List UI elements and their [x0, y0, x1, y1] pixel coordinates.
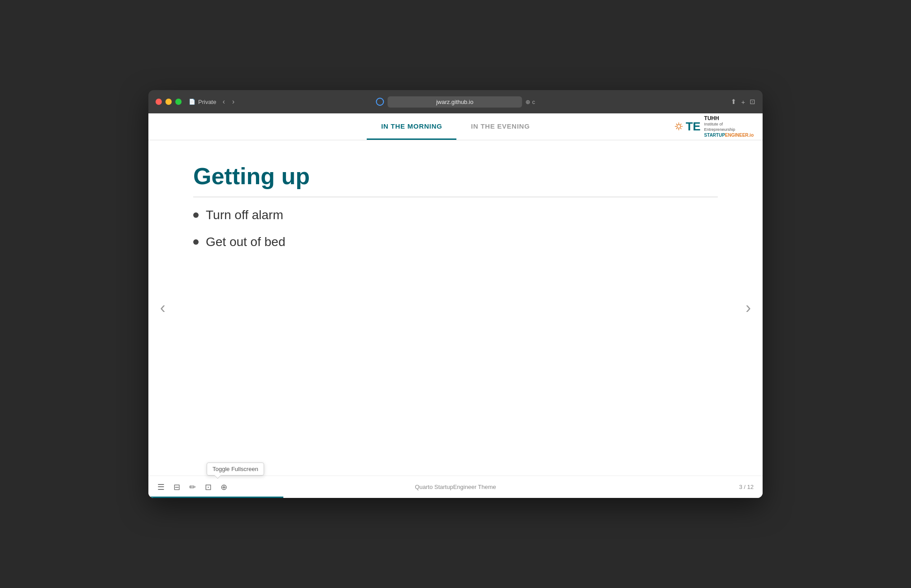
- titlebar-actions: ⬆ + ⊡: [731, 98, 755, 106]
- slide-list: Turn off alarm Get out of bed: [193, 208, 718, 249]
- logo-line2: Entrepreneurship: [704, 127, 754, 133]
- prev-slide-button[interactable]: ‹: [153, 291, 173, 324]
- sidebar-button[interactable]: ⊡: [750, 98, 755, 106]
- progress-bar: [148, 497, 283, 498]
- private-tab: 📄 Private: [189, 99, 216, 105]
- back-button[interactable]: ‹: [220, 97, 227, 107]
- prev-arrow-icon: ‹: [160, 298, 165, 317]
- toggle-fullscreen-label: Toggle Fullscreen: [213, 466, 258, 472]
- overview-button[interactable]: ⊕: [221, 482, 227, 492]
- list-item: Turn off alarm: [193, 208, 718, 222]
- svg-point-0: [677, 125, 681, 129]
- list-item: Get out of bed: [193, 235, 718, 249]
- bullet-icon: [193, 212, 199, 218]
- logo-engineer: ENGINEER.io: [725, 132, 754, 138]
- browser-window: 📄 Private ‹ › jwarz.github.io ⊕ c ⬆ + ⊡ …: [148, 90, 763, 498]
- traffic-lights: [156, 99, 182, 105]
- new-tab-button[interactable]: +: [741, 98, 745, 106]
- logo-text: TUHH Institute of Entrepreneurship START…: [704, 115, 754, 138]
- minimize-button[interactable]: [165, 99, 172, 105]
- tab-morning[interactable]: IN THE MORNING: [367, 113, 456, 140]
- tab-morning-label: IN THE MORNING: [381, 122, 442, 130]
- page-counter: 3 / 12: [739, 484, 754, 490]
- slide-footer: Toggle Fullscreen ☰ ⊟ ✏ ⊡ ⊕ Quarto Start…: [148, 476, 763, 498]
- slide-nav-header: IN THE MORNING IN THE EVENING TE TUHH In: [148, 113, 763, 140]
- private-label: Private: [198, 99, 216, 105]
- security-icon: ⊕ c: [525, 99, 535, 105]
- fullscreen-button[interactable]: ⊡: [205, 482, 212, 492]
- browser-nav: ‹ ›: [220, 97, 237, 107]
- bullet-icon: [193, 239, 199, 245]
- toggle-fullscreen-tooltip: Toggle Fullscreen: [207, 463, 264, 476]
- draw-button[interactable]: ✏: [189, 482, 196, 492]
- footer-theme: Quarto StartupEngineer Theme: [415, 484, 496, 490]
- close-button[interactable]: [156, 99, 162, 105]
- logo-line1: Institute of: [704, 122, 754, 127]
- tab-evening-label: IN THE EVENING: [471, 122, 529, 130]
- list-item-text: Get out of bed: [206, 235, 285, 249]
- next-slide-button[interactable]: ›: [738, 291, 758, 324]
- browser-content: IN THE MORNING IN THE EVENING TE TUHH In: [148, 113, 763, 498]
- tab-evening[interactable]: IN THE EVENING: [456, 113, 544, 140]
- next-arrow-icon: ›: [746, 298, 751, 317]
- menu-button[interactable]: ☰: [157, 482, 165, 492]
- titlebar: 📄 Private ‹ › jwarz.github.io ⊕ c ⬆ + ⊡: [148, 90, 763, 113]
- logo-tuhh: TUHH: [704, 115, 754, 122]
- footer-tools[interactable]: ☰ ⊟ ✏ ⊡ ⊕: [157, 482, 227, 492]
- maximize-button[interactable]: [175, 99, 182, 105]
- slide-title: Getting up: [193, 163, 718, 197]
- gear-icon: [674, 122, 684, 132]
- forward-button[interactable]: ›: [230, 97, 237, 107]
- logo: TE TUHH Institute of Entrepreneurship ST…: [674, 115, 754, 138]
- titlebar-center: jwarz.github.io ⊕ c: [376, 96, 535, 108]
- slide-content: ‹ › Getting up Turn off alarm Get out of…: [148, 140, 763, 476]
- page-icon: 📄: [189, 99, 195, 105]
- logo-startup: STARTUP: [704, 132, 725, 138]
- te-logo-icon: TE: [674, 121, 700, 133]
- share-button[interactable]: ⬆: [731, 98, 737, 106]
- list-item-text: Turn off alarm: [206, 208, 283, 222]
- globe-icon: [376, 98, 384, 106]
- url-bar[interactable]: jwarz.github.io: [387, 96, 522, 108]
- slides-button[interactable]: ⊟: [174, 482, 180, 492]
